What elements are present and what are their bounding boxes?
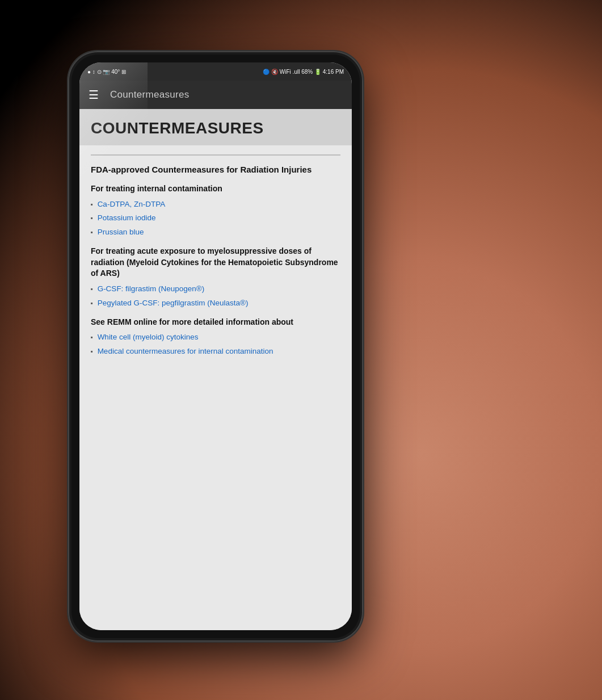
fda-section-title: FDA-approved Countermeasures for Radiati… (91, 164, 340, 175)
status-right: 🔵 🔇 WiFi .ull 68% 🔋 4:16 PM (263, 69, 344, 75)
list-item: Prussian blue (91, 227, 340, 238)
internal-contamination-title: For treating internal contamination (91, 183, 340, 195)
phone-device: ● ↕ ⊙ 📷 40° ⊞ 🔵 🔇 WiFi .ull 68% 🔋 4:16 P… (68, 51, 363, 642)
page-header: COUNTERMEASURES (79, 109, 352, 145)
scene: ● ↕ ⊙ 📷 40° ⊞ 🔵 🔇 WiFi .ull 68% 🔋 4:16 P… (0, 0, 602, 700)
status-icons: ● ↕ ⊙ 📷 40° ⊞ (87, 69, 126, 75)
app-bar: ☰ Countermeasures (79, 81, 352, 109)
prussian-blue-link[interactable]: Prussian blue (98, 227, 144, 238)
status-right-text: 🔵 🔇 WiFi .ull 68% 🔋 4:16 PM (263, 69, 344, 75)
app-bar-title: Countermeasures (110, 89, 190, 100)
myelosuppressive-title: For treating acute exposure to myelosupp… (91, 246, 340, 279)
white-cell-link[interactable]: White cell (myeloid) cytokines (98, 332, 199, 343)
pegylated-gcsf-link[interactable]: Pegylated G-CSF: pegfilgrastim (Neulasta… (98, 298, 249, 309)
cytokines-list: G-CSF: filgrastim (Neupogen®) Pegylated … (91, 284, 340, 309)
ca-dtpa-link[interactable]: Ca-DTPA, Zn-DTPA (98, 199, 166, 210)
content-area: FDA-approved Countermeasures for Radiati… (79, 145, 352, 630)
page-title: COUNTERMEASURES (91, 119, 340, 137)
medical-countermeasures-link[interactable]: Medical countermeasures for internal con… (98, 346, 273, 357)
phone-screen: ● ↕ ⊙ 📷 40° ⊞ 🔵 🔇 WiFi .ull 68% 🔋 4:16 P… (79, 62, 352, 630)
list-item: Potassium iodide (91, 213, 340, 224)
gcsf-link[interactable]: G-CSF: filgrastim (Neupogen®) (98, 284, 205, 295)
potassium-iodide-link[interactable]: Potassium iodide (98, 213, 156, 224)
phone-inner: ● ↕ ⊙ 📷 40° ⊞ 🔵 🔇 WiFi .ull 68% 🔋 4:16 P… (71, 55, 360, 638)
status-bar: ● ↕ ⊙ 📷 40° ⊞ 🔵 🔇 WiFi .ull 68% 🔋 4:16 P… (79, 62, 352, 81)
list-item: Pegylated G-CSF: pegfilgrastim (Neulasta… (91, 298, 340, 309)
list-item: Ca-DTPA, Zn-DTPA (91, 199, 340, 210)
remm-section-title: See REMM online for more detailed inform… (91, 317, 340, 328)
status-left: ● ↕ ⊙ 📷 40° ⊞ (87, 69, 126, 75)
hamburger-menu-icon[interactable]: ☰ (89, 88, 99, 102)
internal-contamination-list: Ca-DTPA, Zn-DTPA Potassium iodide Prussi… (91, 199, 340, 238)
list-item: White cell (myeloid) cytokines (91, 332, 340, 343)
list-item: G-CSF: filgrastim (Neupogen®) (91, 284, 340, 295)
remm-list: White cell (myeloid) cytokines Medical c… (91, 332, 340, 357)
list-item: Medical countermeasures for internal con… (91, 346, 340, 357)
header-divider (91, 154, 340, 156)
